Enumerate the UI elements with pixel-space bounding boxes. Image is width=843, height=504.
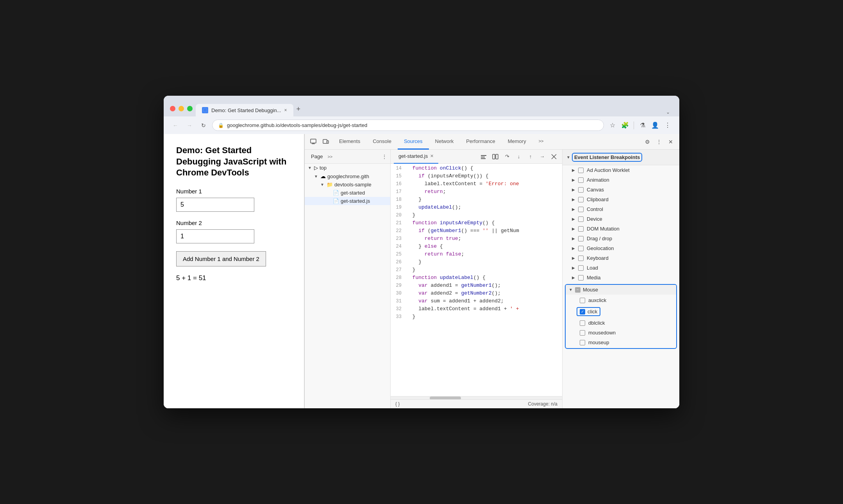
format-braces-icon[interactable]: { } <box>395 401 400 407</box>
profile-icon[interactable]: 👤 <box>650 120 661 131</box>
bp-checkbox-canvas[interactable] <box>578 187 584 193</box>
tab-menu-button[interactable]: ⌄ <box>663 108 673 116</box>
file-tree-menu-icon[interactable]: ⋮ <box>382 154 387 160</box>
bp-item-device[interactable]: ▶ Device <box>563 214 679 224</box>
tree-item-domain[interactable]: ▼ ☁ googlechrome.gith <box>305 172 390 181</box>
mouse-section: ▼ − Mouse auxclick <box>565 284 677 349</box>
maximize-button[interactable] <box>187 106 193 111</box>
format-icon[interactable] <box>479 152 489 162</box>
bp-checkbox-load[interactable] <box>578 265 584 271</box>
bp-item-dblclick[interactable]: dblclick <box>566 318 676 328</box>
tab-memory[interactable]: Memory <box>502 134 532 150</box>
new-tab-button[interactable]: + <box>293 102 304 116</box>
bp-item-mouseup[interactable]: mouseup <box>566 338 676 347</box>
tree-item-html[interactable]: 📄 get-started <box>305 189 390 197</box>
devtools-responsive-icon[interactable] <box>320 136 331 147</box>
devtools-settings-icon[interactable]: ⚙ <box>642 136 653 147</box>
step-icon[interactable]: → <box>537 152 547 162</box>
lock-icon: 🔒 <box>218 123 224 128</box>
tab-sources[interactable]: Sources <box>398 134 429 150</box>
bp-item-mousedown[interactable]: mousedown <box>566 328 676 338</box>
bp-checkbox-mousedown[interactable] <box>580 330 585 336</box>
code-tab-close-icon[interactable]: ✕ <box>430 154 434 159</box>
number1-input[interactable] <box>176 198 254 212</box>
devtools-more-icon[interactable]: ⋮ <box>654 136 664 147</box>
bp-item-geolocation[interactable]: ▶ Geolocation <box>563 243 679 253</box>
bp-item-click[interactable]: click <box>566 305 676 318</box>
tree-item-top[interactable]: ▼ ▷ top <box>305 164 390 172</box>
devtools-inspect-icon[interactable] <box>308 136 319 147</box>
browser-toolbar: ← → ↻ 🔒 googlechrome.github.io/devtools-… <box>164 116 679 134</box>
code-scrollbar[interactable] <box>391 396 562 399</box>
minimize-button[interactable] <box>179 106 184 111</box>
bp-checkbox-animation[interactable] <box>578 177 584 183</box>
code-line-25: 25 return false; <box>391 251 562 259</box>
bp-checkbox-drag-drop[interactable] <box>578 236 584 241</box>
file-tree-more[interactable]: >> <box>327 154 332 159</box>
bp-label-canvas: Canvas <box>587 187 604 193</box>
page-content: Demo: Get Started Debugging JavaScript w… <box>164 134 304 408</box>
reload-button[interactable]: ↻ <box>198 120 209 131</box>
more-tabs-button[interactable]: >> <box>532 134 550 150</box>
back-button[interactable]: ← <box>170 120 181 131</box>
bp-item-animation[interactable]: ▶ Animation <box>563 175 679 185</box>
number2-input[interactable] <box>176 229 254 243</box>
extensions-icon[interactable]: 🧩 <box>620 120 630 131</box>
bp-checkbox-mouse[interactable]: − <box>575 287 580 293</box>
tab-console[interactable]: Console <box>366 134 398 150</box>
bp-checkbox-geolocation[interactable] <box>578 246 584 251</box>
bp-checkbox-dblclick[interactable] <box>580 320 585 326</box>
browser-tab-active[interactable]: Demo: Get Started Debuggin... × <box>196 104 293 116</box>
bp-checkbox-auxclick[interactable] <box>580 298 585 303</box>
bp-item-media[interactable]: ▶ Media <box>563 273 679 282</box>
bp-item-canvas[interactable]: ▶ Canvas <box>563 185 679 195</box>
bp-checkbox-clipboard[interactable] <box>578 197 584 202</box>
close-button[interactable] <box>170 106 175 111</box>
forward-button[interactable]: → <box>184 120 195 131</box>
bp-item-dom-mutation[interactable]: ▶ DOM Mutation <box>563 224 679 234</box>
step-over-icon[interactable]: ↷ <box>502 152 512 162</box>
page-title: Demo: Get Started Debugging JavaScript w… <box>176 145 291 179</box>
bp-item-auxclick[interactable]: auxclick <box>566 295 676 305</box>
code-line-22: 22 if (getNumber1() === '' || getNum <box>391 228 562 236</box>
tab-elements[interactable]: Elements <box>333 134 366 150</box>
bookmark-icon[interactable]: ☆ <box>607 120 618 131</box>
columns-icon[interactable] <box>490 152 500 162</box>
step-out-icon[interactable]: ↑ <box>525 152 536 162</box>
add-button[interactable]: Add Number 1 and Number 2 <box>176 251 266 266</box>
deactivate-breakpoints-icon[interactable] <box>549 152 559 162</box>
bp-arrow-canvas: ▶ <box>572 188 575 192</box>
address-bar[interactable]: 🔒 googlechrome.github.io/devtools-sample… <box>212 120 604 131</box>
tab-performance[interactable]: Performance <box>460 134 501 150</box>
tab-close-button[interactable]: × <box>284 107 287 113</box>
page-tab[interactable]: Page <box>308 152 326 161</box>
step-into-icon[interactable]: ↓ <box>514 152 524 162</box>
bp-item-control[interactable]: ▶ Control <box>563 204 679 214</box>
bp-checkbox-ad-auction[interactable] <box>578 168 584 173</box>
mouse-header[interactable]: ▼ − Mouse <box>566 285 676 295</box>
bp-checkbox-control[interactable] <box>578 207 584 212</box>
code-line-21: 21 function inputsAreEmpty() { <box>391 220 562 228</box>
devtools-close-icon[interactable]: ✕ <box>665 136 676 147</box>
bp-checkbox-click[interactable] <box>580 309 585 315</box>
bp-checkbox-keyboard[interactable] <box>578 256 584 261</box>
bp-item-ad-auction[interactable]: ▶ Ad Auction Worklet <box>563 165 679 175</box>
bp-arrow-geolocation: ▶ <box>572 246 575 250</box>
traffic-lights <box>170 106 193 111</box>
tree-item-js[interactable]: 📄 get-started.js <box>305 197 390 205</box>
tab-network[interactable]: Network <box>429 134 460 150</box>
event-listener-breakpoints-header[interactable]: ▼ Event Listener Breakpoints <box>563 150 679 165</box>
menu-icon[interactable]: ⋮ <box>662 120 673 131</box>
bp-checkbox-device[interactable] <box>578 216 584 222</box>
bp-checkbox-media[interactable] <box>578 275 584 281</box>
bp-checkbox-dom-mutation[interactable] <box>578 226 584 232</box>
tree-item-folder[interactable]: ▼ 📁 devtools-sample <box>305 181 390 189</box>
code-tab-active[interactable]: get-started.js ✕ <box>394 150 438 164</box>
bp-item-clipboard[interactable]: ▶ Clipboard <box>563 195 679 204</box>
bp-item-keyboard[interactable]: ▶ Keyboard <box>563 253 679 263</box>
lab-icon[interactable]: ⚗ <box>637 120 648 131</box>
bp-item-load[interactable]: ▶ Load <box>563 263 679 273</box>
bp-checkbox-mouseup[interactable] <box>580 340 585 345</box>
bp-label-mousedown: mousedown <box>588 330 616 336</box>
bp-item-drag-drop[interactable]: ▶ Drag / drop <box>563 234 679 243</box>
